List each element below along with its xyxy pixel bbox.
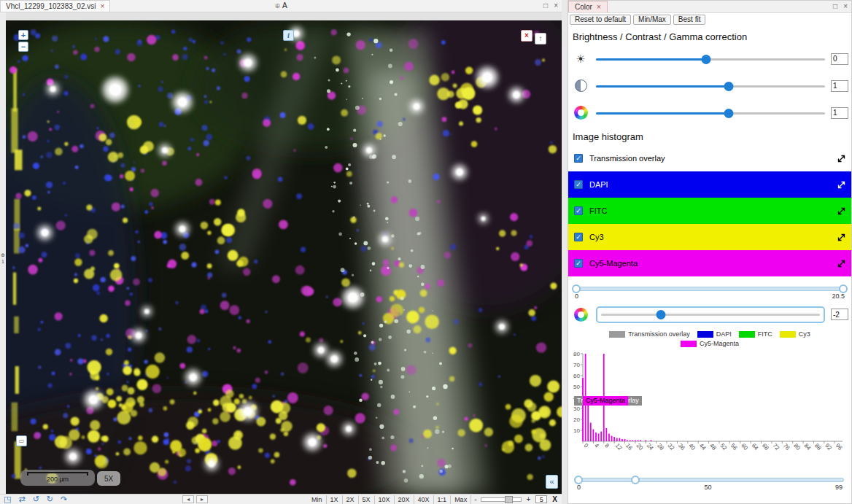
channel-label: Transmission overlay [589, 154, 665, 163]
channel-range-slider[interactable] [573, 287, 846, 291]
channel-row-transmission-overlay[interactable]: ✓Transmission overlay [568, 145, 851, 171]
zoom-preset-2x[interactable]: 2X [343, 495, 359, 504]
zoom-preset-1x[interactable]: 1X [327, 495, 343, 504]
channel-row-fitc[interactable]: ✓FITC [568, 198, 851, 224]
svg-text:30: 30 [573, 406, 580, 412]
min-max-button[interactable]: Min/Max [633, 15, 671, 25]
overview-map-toggle[interactable]: ▭ [16, 435, 27, 446]
legend-line: Cy5-Magenta [568, 340, 851, 347]
expand-icon[interactable] [837, 181, 845, 189]
reset-to-default-button[interactable]: Reset to default [570, 15, 631, 25]
brightness-input[interactable] [831, 53, 848, 65]
legend-item-fitc: FITC [739, 330, 772, 338]
contrast-input[interactable] [831, 80, 848, 92]
document-tab[interactable]: Vhcl_12299_102383_02.vsi × [0, 0, 110, 12]
channel-gamma-slider[interactable] [596, 306, 825, 323]
brightness-slider[interactable] [596, 54, 825, 64]
gamma-input[interactable] [831, 107, 848, 119]
close-pane-icon[interactable]: × [554, 1, 558, 9]
close-annotation-button[interactable]: × [521, 30, 532, 42]
navigation-arrows: ◂ ▸ [182, 495, 208, 503]
zoom-slider-minus-button[interactable]: - [471, 495, 479, 504]
position-icon: ⊕ [0, 252, 6, 258]
zoom-preset-min[interactable]: Min [308, 495, 327, 504]
zoom-preset-1-1[interactable]: 1:1 [434, 495, 452, 504]
channel-checkbox-transmission-overlay[interactable]: ✓ [574, 154, 583, 163]
channel-row-dapi[interactable]: ✓DAPI [568, 171, 851, 198]
next-button[interactable]: ▸ [196, 495, 208, 503]
prev-button[interactable]: ◂ [182, 495, 194, 503]
overlay-label-cy5-magenta[interactable]: Cy5-Magenta [583, 396, 628, 406]
histogram-zoom-slider[interactable] [576, 478, 844, 482]
zoom-preset-10x[interactable]: 10X [375, 495, 395, 504]
svg-text:92: 92 [824, 442, 833, 451]
channel-row-cy3[interactable]: ✓Cy3 [568, 224, 851, 250]
viewer-tab-bar: Vhcl_12299_102383_02.vsi × ⊕A □ × [0, 0, 562, 12]
contrast-slider-handle[interactable] [724, 82, 734, 91]
tab-close-icon[interactable]: × [100, 3, 104, 10]
histogram-zoom-min-handle[interactable] [574, 476, 583, 484]
zoom-slider[interactable] [481, 497, 522, 502]
float-panel-icon[interactable]: □ [833, 2, 837, 10]
rotate-icon[interactable]: ↷ [61, 495, 67, 504]
histogram-zoom-label-mid: 50 [704, 484, 711, 491]
expand-icon[interactable] [837, 233, 845, 241]
gamma-slider-handle[interactable] [724, 109, 734, 118]
toolbar-close-button[interactable]: X [549, 495, 560, 503]
svg-text:72: 72 [771, 442, 781, 451]
range-max-handle[interactable] [839, 284, 848, 293]
color-tab-close-icon[interactable]: × [597, 4, 601, 11]
histogram-zoom-max-handle[interactable] [631, 476, 640, 484]
legend-item-cy5-magenta: Cy5-Magenta [681, 340, 739, 347]
swap-icon[interactable]: ⇄ [18, 495, 25, 504]
info-button[interactable]: i [283, 30, 294, 41]
brightness-slider-handle[interactable] [701, 55, 710, 64]
expand-icon[interactable] [837, 155, 845, 163]
channel-gamma-input[interactable] [831, 309, 848, 320]
undo-icon[interactable]: ↺ [33, 495, 39, 504]
svg-text:56: 56 [729, 442, 739, 451]
best-fit-button[interactable]: Best fit [673, 15, 706, 25]
channel-checkbox-dapi[interactable]: ✓ [574, 180, 583, 189]
expand-icon[interactable] [837, 260, 845, 268]
document-tab-title: Vhcl_12299_102383_02.vsi [6, 2, 96, 10]
contrast-slider[interactable] [596, 81, 825, 91]
zoom-value-box[interactable]: 5 [535, 495, 547, 503]
zoom-out-button[interactable]: − [18, 42, 28, 52]
range-max-label: 20.5 [832, 292, 845, 300]
channel-checkbox-cy3[interactable]: ✓ [574, 233, 583, 241]
expand-icon[interactable] [837, 207, 845, 215]
zoom-in-button[interactable]: + [18, 30, 28, 40]
zoom-preset-40x[interactable]: 40X [414, 495, 434, 504]
float-pane-icon[interactable]: □ [543, 1, 548, 9]
zoom-presets: Min1X2X5X10X20X40X1:1Max [308, 495, 471, 504]
svg-text:0: 0 [583, 442, 590, 449]
redo-icon[interactable]: ↻ [47, 495, 53, 504]
channel-row-cy5-magenta[interactable]: ✓Cy5-Magenta [568, 250, 851, 276]
svg-text:70: 70 [573, 362, 580, 368]
zoom-slider-plus-button[interactable]: + [523, 495, 533, 504]
contrast-icon [575, 80, 587, 92]
pan-up-button[interactable]: ↑ [535, 33, 546, 44]
collapse-panel-button[interactable]: « [546, 475, 558, 489]
zoom-preset-20x[interactable]: 20X [395, 495, 414, 504]
color-tab[interactable]: Color × [568, 1, 608, 12]
color-panel-window-controls: □ × [833, 2, 848, 10]
color-panel-header: Color × □ × [568, 1, 851, 13]
gamma-slider[interactable] [596, 108, 825, 118]
slide-image-canvas[interactable] [6, 20, 562, 494]
zoom-preset-5x[interactable]: 5X [359, 495, 375, 504]
fit-view-icon[interactable]: ◳ [4, 495, 11, 504]
close-panel-icon[interactable]: × [843, 2, 848, 10]
scale-bar-label: 200 µm [27, 476, 88, 484]
zoom-slider-thumb[interactable] [505, 496, 513, 503]
svg-text:48: 48 [708, 442, 718, 451]
zoom-preset-max[interactable]: Max [451, 495, 471, 504]
viewer-pane: Vhcl_12299_102383_02.vsi × ⊕A □ × ⊕ 1 + … [0, 0, 562, 504]
legend-item-transmission-overlay: Transmission overlay [609, 330, 690, 338]
channel-checkbox-cy5-magenta[interactable]: ✓ [574, 259, 583, 268]
range-min-handle[interactable] [572, 284, 581, 293]
channel-checkbox-fitc[interactable]: ✓ [574, 206, 583, 215]
svg-text:76: 76 [782, 442, 791, 451]
channel-gamma-handle[interactable] [656, 310, 665, 319]
